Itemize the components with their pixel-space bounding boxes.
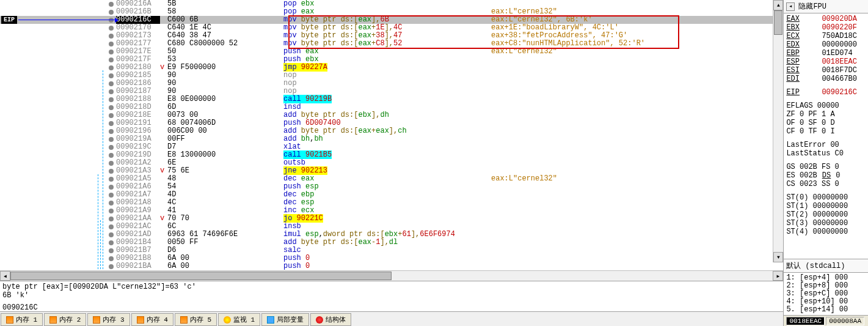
- gutter: [0, 119, 116, 127]
- breakpoint-dot[interactable]: [109, 201, 114, 206]
- register-line[interactable]: EBP01ED074: [786, 49, 866, 57]
- register-line[interactable]: ESI0018F7DC: [786, 66, 866, 75]
- breakpoint-dot[interactable]: [109, 89, 114, 94]
- breakpoint-dot[interactable]: [109, 105, 114, 110]
- gutter: [0, 24, 116, 32]
- info-line-1: byte ptr [eax]=[009020DA L"cernel32"]=63…: [2, 283, 781, 291]
- stack-view[interactable]: 1: [esp+4] 0002: [esp+8] 0003: [esp+C] 0…: [784, 273, 868, 315]
- tab-watch[interactable]: 监视 1: [218, 313, 260, 326]
- register-text: ZF 0 PF 1 A: [786, 110, 866, 119]
- vertical-scrollbar[interactable]: ▲ ▼: [773, 0, 783, 262]
- breakpoint-dot[interactable]: [109, 153, 114, 158]
- scroll-up-button[interactable]: ▲: [773, 0, 783, 10]
- scroll-left-button[interactable]: ◀: [0, 271, 10, 281]
- struct-icon: [316, 316, 323, 324]
- breakpoint-dot[interactable]: [109, 129, 114, 134]
- register-line[interactable]: EIP0090216C: [786, 88, 866, 97]
- scroll-track[interactable]: [10, 271, 773, 281]
- asm-cell: pop ebx: [283, 0, 491, 8]
- stack-line[interactable]: 5. [esp+14] 00: [786, 306, 866, 314]
- tab-mem[interactable]: 内存 1: [1, 313, 43, 326]
- info-line-2: 6B 'k': [2, 291, 781, 300]
- breakpoint-dot[interactable]: [109, 193, 114, 198]
- jump-marker: [160, 119, 167, 127]
- tab-mem[interactable]: 内存 3: [87, 313, 129, 326]
- breakpoint-dot[interactable]: [109, 2, 114, 7]
- stack-header: 默认 (stdcall): [784, 259, 868, 273]
- breakpoint-dot[interactable]: [109, 232, 114, 237]
- register-line[interactable]: EAX009020DA: [786, 15, 866, 23]
- tab-label: 内存 4: [147, 315, 168, 324]
- gutter: [0, 8, 116, 16]
- scroll-thumb[interactable]: [774, 10, 782, 35]
- breakpoint-dot[interactable]: [109, 26, 114, 31]
- breakpoint-dot[interactable]: [109, 209, 114, 213]
- scroll-right-button[interactable]: ▶: [773, 271, 783, 281]
- jump-marker: [160, 151, 167, 159]
- gutter: [0, 207, 116, 215]
- breakpoint-dot[interactable]: [109, 42, 114, 46]
- breakpoint-dot[interactable]: [109, 34, 114, 39]
- gutter: [0, 48, 116, 56]
- scroll-thumb[interactable]: [10, 272, 392, 280]
- register-line[interactable]: EDI004667B0: [786, 75, 866, 83]
- bytes-cell: E8 0E000000: [167, 95, 283, 103]
- breakpoint-dot[interactable]: [109, 240, 114, 245]
- bytes-cell: 90: [167, 72, 283, 80]
- tab-mem[interactable]: 内存 5: [175, 313, 217, 326]
- breakpoint-dot[interactable]: [109, 145, 114, 150]
- scroll-down-button[interactable]: ▼: [773, 252, 783, 262]
- register-line[interactable]: EBX0090220F: [786, 23, 866, 32]
- mem-icon: [49, 316, 57, 324]
- hide-fpu-button[interactable]: 隐藏FPU: [798, 1, 826, 12]
- bytes-cell: E8 13000000: [167, 151, 283, 159]
- mem-icon: [93, 316, 100, 324]
- breakpoint-dot[interactable]: [109, 169, 114, 174]
- asm-cell: call 9021B5: [283, 151, 491, 159]
- tab-struct[interactable]: 结构体: [310, 313, 351, 326]
- breakpoint-dot[interactable]: [109, 10, 114, 15]
- breakpoint-dot[interactable]: [109, 224, 114, 229]
- breakpoint-dot[interactable]: [109, 137, 114, 142]
- tab-label: 局部变量: [277, 315, 304, 324]
- breakpoint-dot[interactable]: [109, 177, 114, 182]
- breakpoint-dot[interactable]: [109, 161, 114, 166]
- asm-cell: jne 902213: [283, 167, 491, 175]
- disassembly-view[interactable]: 0090216A5Bpop ebx0090216B58pop eaxeax:L"…: [0, 0, 783, 270]
- breakpoint-dot[interactable]: [109, 97, 114, 102]
- tab-label: 内存 5: [190, 315, 211, 324]
- bytes-cell: 0050 FF: [167, 239, 283, 246]
- bytes-cell: 50: [167, 48, 283, 56]
- bytes-cell: 90: [167, 80, 283, 87]
- breakpoint-dot[interactable]: [109, 113, 114, 118]
- breakpoint-dot[interactable]: [109, 121, 114, 126]
- disasm-row[interactable]: 009021BA6A 00push 0: [0, 262, 783, 270]
- register-line[interactable]: ESP0018EEAC: [786, 57, 866, 66]
- register-header: ◂ 隐藏FPU: [784, 0, 868, 13]
- breakpoint-dot[interactable]: [109, 256, 114, 261]
- horizontal-scrollbar[interactable]: ◀ ▶: [0, 270, 783, 281]
- breakpoint-dot[interactable]: [109, 73, 114, 78]
- gutter: [0, 95, 116, 103]
- register-line[interactable]: ECX750AD18C: [786, 32, 866, 40]
- tab-mem[interactable]: 内存 4: [131, 313, 173, 326]
- breakpoint-dot[interactable]: [109, 81, 114, 86]
- tab-label: 监视 1: [233, 315, 255, 324]
- gutter: [0, 111, 116, 119]
- collapse-button[interactable]: ◂: [786, 2, 795, 11]
- breakpoint-dot[interactable]: [109, 65, 114, 70]
- jump-marker: [160, 32, 167, 40]
- jump-marker: [160, 95, 167, 103]
- breakpoint-dot[interactable]: [109, 185, 114, 190]
- gutter: [0, 159, 116, 167]
- register-line[interactable]: EDX00000000: [786, 40, 866, 49]
- tab-mem[interactable]: 内存 2: [44, 313, 86, 326]
- register-view[interactable]: EAX009020DAEBX0090220FECX750AD18CEDX0000…: [784, 13, 868, 259]
- breakpoint-dot[interactable]: [109, 217, 114, 221]
- tab-var[interactable]: 局部变量: [261, 313, 309, 326]
- breakpoint-dot[interactable]: [109, 264, 114, 269]
- breakpoint-dot[interactable]: [109, 57, 114, 62]
- breakpoint-dot[interactable]: [109, 248, 114, 253]
- address-cell[interactable]: 009021BA: [116, 262, 160, 270]
- breakpoint-dot[interactable]: [109, 50, 114, 54]
